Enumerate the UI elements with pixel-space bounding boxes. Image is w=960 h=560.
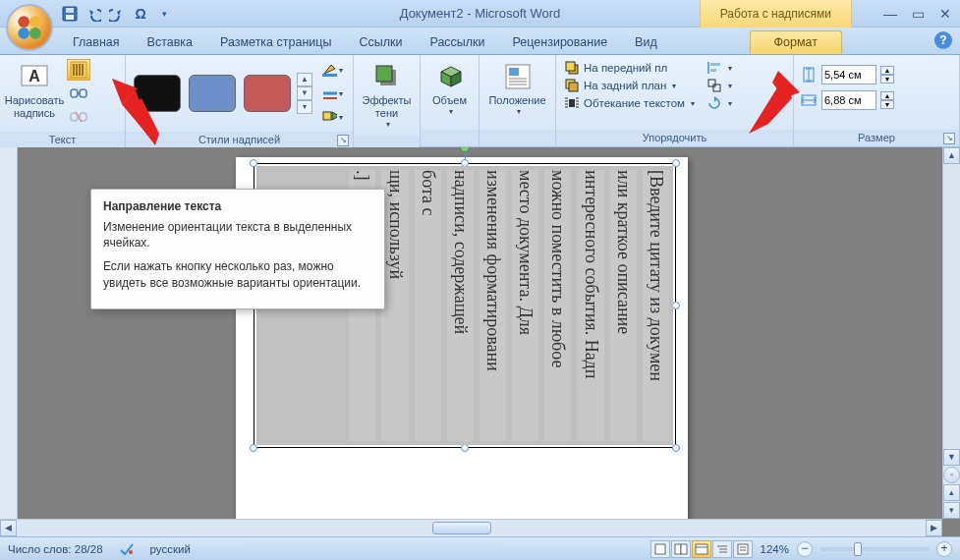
svg-rect-45	[696, 544, 707, 554]
undo-icon[interactable]	[83, 3, 104, 25]
group-label-position	[480, 130, 555, 146]
tab-format[interactable]: Формат	[750, 30, 842, 54]
style-swatch-2[interactable]	[189, 75, 236, 112]
save-icon[interactable]	[59, 3, 81, 25]
svg-point-2	[18, 28, 29, 39]
tab-home[interactable]: Главная	[59, 31, 134, 54]
create-link-button[interactable]	[67, 83, 90, 104]
height-spinner[interactable]: ▲▼	[800, 65, 894, 84]
group-label-size: Размер↘	[794, 130, 959, 146]
zoom-thumb[interactable]	[854, 542, 862, 556]
width-spinner[interactable]: ▲▼	[800, 90, 894, 110]
style-swatch-3[interactable]	[244, 75, 291, 112]
proofing-icon[interactable]	[119, 540, 135, 558]
zoom-slider[interactable]	[820, 547, 929, 551]
shadow-effects-button[interactable]: Эффекты тени▾	[360, 59, 414, 132]
svg-rect-42	[655, 544, 665, 554]
svg-rect-43	[675, 544, 681, 554]
annotation-arrow-2	[743, 69, 802, 147]
view-print-layout[interactable]	[650, 540, 670, 558]
shape-fill-button[interactable]: ▾	[320, 59, 344, 81]
svg-rect-33	[708, 80, 715, 86]
redo-icon[interactable]	[106, 3, 128, 25]
svg-rect-50	[738, 544, 748, 554]
text-wrapping-button[interactable]: Обтекание текстом▾	[562, 94, 697, 112]
scroll-down-button[interactable]: ▼	[943, 449, 960, 466]
tab-review[interactable]: Рецензирование	[499, 31, 622, 54]
style-gallery-scroll[interactable]: ▲▼▾	[297, 73, 312, 114]
bring-to-front-button[interactable]: На передний пл	[562, 59, 697, 77]
resize-handle-s[interactable]	[461, 444, 469, 452]
svg-rect-29	[569, 99, 575, 107]
vertical-scrollbar[interactable]: ▲ ▼ ◦ ▴ ▾	[942, 147, 960, 519]
width-input[interactable]	[821, 90, 876, 110]
horizontal-scrollbar[interactable]: ◀ ▶	[0, 519, 942, 536]
3d-effects-button[interactable]: Объем▾	[426, 59, 473, 119]
tab-page-layout[interactable]: Разметка страницы	[206, 31, 345, 54]
break-link-button[interactable]	[67, 106, 90, 128]
close-button[interactable]: ✕	[936, 6, 954, 22]
resize-handle-ne[interactable]	[672, 159, 680, 167]
resize-handle-sw[interactable]	[250, 444, 257, 452]
svg-rect-19	[376, 66, 392, 82]
tooltip-text-2: Если нажать кнопку несколько раз, можно …	[103, 258, 372, 290]
svg-point-1	[29, 16, 41, 28]
minimize-button[interactable]: —	[881, 6, 899, 22]
zoom-in-button[interactable]: +	[936, 541, 952, 557]
change-shape-button[interactable]: ▾	[320, 106, 344, 128]
svg-rect-32	[710, 69, 716, 72]
resize-handle-se[interactable]	[672, 444, 680, 452]
rotate-handle[interactable]	[460, 147, 470, 152]
view-outline[interactable]	[712, 540, 732, 558]
text-direction-button[interactable]	[67, 59, 90, 81]
svg-rect-6	[66, 15, 74, 20]
language-status[interactable]: русский	[150, 543, 191, 555]
view-web-layout[interactable]	[692, 540, 711, 558]
height-input[interactable]	[821, 65, 876, 84]
next-page-button[interactable]: ▾	[943, 502, 960, 519]
shape-outline-button[interactable]: ▾	[320, 83, 344, 104]
svg-rect-5	[66, 8, 74, 13]
window-title: Документ2 - Microsoft Word	[400, 6, 561, 21]
status-bar: Число слов: 28/28 русский 124% − +	[0, 536, 960, 560]
svg-text:A: A	[28, 68, 40, 84]
position-button[interactable]: Положение▾	[485, 59, 549, 119]
rotate-button[interactable]: ▾	[705, 94, 734, 112]
svg-rect-31	[710, 63, 720, 66]
title-bar: Ω ▾ Документ2 - Microsoft Word Работа с …	[0, 0, 960, 28]
restore-button[interactable]: ▭	[909, 6, 927, 22]
tab-mailings[interactable]: Рассылки	[416, 31, 498, 54]
quick-access-toolbar: Ω ▾	[59, 3, 175, 25]
tab-insert[interactable]: Вставка	[134, 31, 206, 54]
view-draft[interactable]	[733, 540, 753, 558]
group-button[interactable]: ▾	[705, 77, 734, 94]
svg-rect-28	[569, 83, 578, 91]
resize-handle-e[interactable]	[672, 302, 680, 309]
draw-textbox-button[interactable]: A Нарисовать надпись	[6, 59, 63, 122]
browse-object-button[interactable]: ◦	[943, 467, 960, 483]
scroll-up-button[interactable]: ▲	[943, 147, 960, 164]
size-launcher[interactable]: ↘	[943, 133, 955, 144]
tab-references[interactable]: Ссылки	[345, 31, 416, 54]
send-to-back-button[interactable]: На задний план▾	[562, 77, 697, 94]
svg-rect-16	[322, 74, 337, 77]
scroll-right-button[interactable]: ▶	[926, 520, 942, 536]
office-button[interactable]	[6, 4, 53, 51]
svg-rect-26	[566, 62, 575, 71]
qat-more-icon[interactable]: ▾	[153, 3, 175, 25]
styles-launcher[interactable]: ↘	[337, 135, 349, 146]
view-full-screen[interactable]	[671, 540, 691, 558]
vertical-ruler	[0, 147, 18, 519]
align-button[interactable]: ▾	[705, 59, 734, 77]
zoom-out-button[interactable]: −	[797, 541, 813, 557]
tooltip-text-1: Изменение ориентации текста в выделенных…	[103, 219, 372, 251]
scroll-left-button[interactable]: ◀	[0, 520, 17, 536]
scroll-thumb-h[interactable]	[432, 522, 491, 534]
help-button[interactable]: ?	[934, 31, 952, 49]
zoom-percent[interactable]: 124%	[761, 543, 789, 555]
omega-icon[interactable]: Ω	[130, 3, 151, 25]
tab-view[interactable]: Вид	[621, 31, 671, 54]
prev-page-button[interactable]: ▴	[943, 484, 960, 501]
word-count[interactable]: Число слов: 28/28	[8, 543, 103, 555]
svg-point-3	[29, 28, 41, 39]
